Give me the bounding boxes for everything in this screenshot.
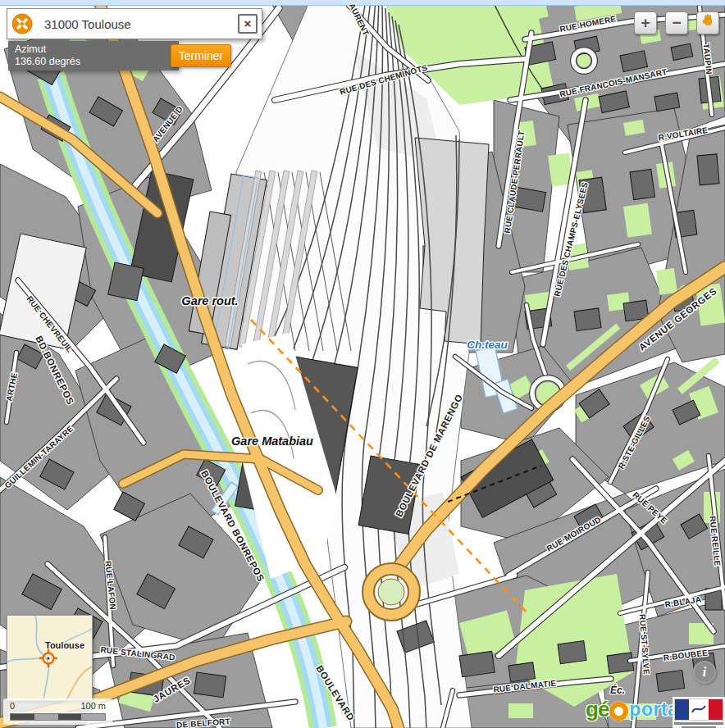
logo-o-ring-icon [609,702,628,721]
search-box: × [7,8,262,39]
geoportail-app: AVENUE DRUE DES CHEMINOTSAURENTRUE HOMER… [0,0,725,728]
map-label: Gare rout. [181,294,238,307]
overview-map-graphic [7,616,92,700]
french-flag-icon [674,698,723,721]
terminer-button[interactable]: Terminer [171,44,231,67]
map-controls: + − [634,11,719,34]
map-label: Ch.teau [467,339,508,351]
map-label: Gare Matabiau [231,435,313,448]
azimuth-tooltip: Azimut 136.60 degrés Terminer [8,41,179,71]
map-canvas[interactable]: AVENUE DRUE DES CHEMINOTSAURENTRUE HOMER… [0,0,725,728]
search-input[interactable] [43,16,238,32]
overview-map[interactable]: Toulouse [7,615,93,701]
azimuth-value: 136.60 degrés [15,56,179,68]
pan-tool-button[interactable] [696,11,719,34]
scale-bar: 0 100 m [3,698,112,725]
scale-end: 100 m [80,701,106,711]
zoom-out-button[interactable]: − [665,11,688,34]
close-search-button[interactable]: × [238,14,258,34]
french-republic-logo [673,697,725,728]
zoom-in-button[interactable]: + [634,11,657,34]
geoportail-target-icon [11,13,33,34]
scale-start: 0 [10,701,15,711]
scale-bar-segments [10,713,106,721]
logo-ge-text: gé [586,697,609,722]
azimuth-label: Azimut [15,43,179,56]
overview-place-label: Toulouse [45,640,84,650]
map-label: Éc. [610,684,625,696]
info-button[interactable]: i [693,661,716,684]
hand-pan-icon [700,14,715,31]
